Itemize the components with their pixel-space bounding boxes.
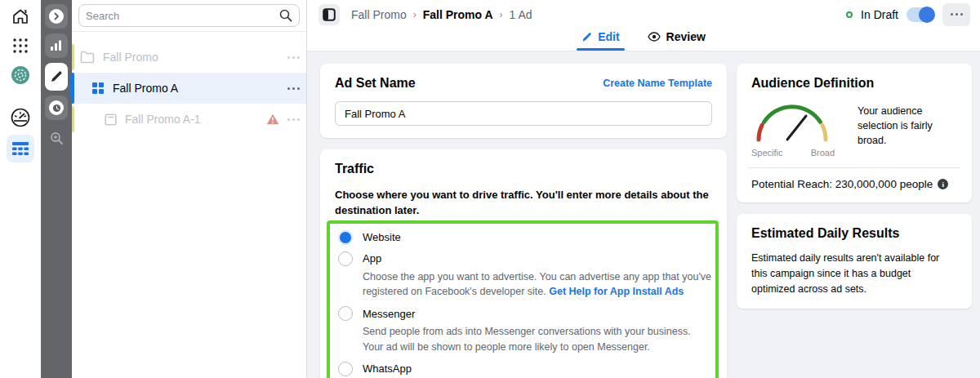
edit-tool-button[interactable] xyxy=(45,63,68,91)
option-app[interactable]: App Choose the app you want to advertise… xyxy=(338,251,709,300)
audience-note: Your audience selection is fairly broad. xyxy=(858,99,957,158)
pencil-icon xyxy=(50,70,63,83)
create-name-template-link[interactable]: Create Name Template xyxy=(603,78,712,89)
option-description: Choose the app you want to advertise. Yo… xyxy=(363,269,714,300)
app-install-help-link[interactable]: Get Help for App Install Ads xyxy=(549,286,684,297)
ellipsis-icon xyxy=(951,13,963,16)
traffic-description: Choose where you want to drive traffic. … xyxy=(335,188,719,219)
tree-item-label: Fall Promo xyxy=(103,51,287,64)
tab-label: Edit xyxy=(598,30,619,43)
option-whatsapp[interactable]: WhatsApp When a person clicks on your ad… xyxy=(338,362,709,378)
breadcrumb-ad[interactable]: 1 Ad xyxy=(510,8,532,21)
breadcrumb-adset[interactable]: Fall Promo A xyxy=(423,8,493,21)
zoom-in-icon xyxy=(50,131,64,145)
panel-toggle-icon xyxy=(323,8,336,21)
breadcrumb-campaign[interactable]: Fall Promo xyxy=(351,8,407,21)
apps-grid-icon[interactable] xyxy=(11,37,29,55)
tab-edit[interactable]: Edit xyxy=(581,30,619,51)
radio-messenger[interactable] xyxy=(338,306,353,321)
gauge-label-broad: Broad xyxy=(811,148,835,158)
row-menu-icon[interactable] xyxy=(287,87,300,90)
global-nav-sidebar xyxy=(0,0,41,378)
tree-row-adset-selected[interactable]: Fall Promo A xyxy=(72,73,306,104)
estimated-results-card: Estimated Daily Results Estimated daily … xyxy=(737,214,972,309)
clock-icon xyxy=(49,100,64,115)
tab-label: Review xyxy=(666,30,706,43)
ads-manager-icon[interactable] xyxy=(10,64,31,86)
adset-grid-icon xyxy=(91,82,105,95)
home-icon[interactable] xyxy=(11,7,30,26)
search-input[interactable] xyxy=(86,10,279,22)
audience-gauge: Specific Broad xyxy=(751,99,841,158)
history-button[interactable] xyxy=(45,96,68,120)
draft-status: In Draft xyxy=(846,3,970,26)
card-title: Estimated Daily Results xyxy=(751,226,957,241)
adset-name-input[interactable] xyxy=(335,101,712,126)
folder-icon xyxy=(80,51,95,64)
edit-review-tabs: Edit Review xyxy=(307,30,980,51)
bar-chart-icon xyxy=(50,39,63,52)
option-label: Messenger xyxy=(363,308,415,320)
results-body-text: Estimated daily results aren't available… xyxy=(751,251,957,296)
eye-icon xyxy=(648,32,661,42)
main-header: Fall Promo › Fall Promo A › 1 Ad In Draf… xyxy=(307,0,980,51)
audience-definition-card: Audience Definition Specific Br xyxy=(737,64,972,202)
tree-row-ad[interactable]: Fall Promo A-1 xyxy=(72,104,306,135)
chevron-right-icon: › xyxy=(500,9,503,20)
tab-review[interactable]: Review xyxy=(648,30,706,51)
editor-tool-rail xyxy=(41,0,72,378)
content-scroll-area: Ad Set Name Create Name Template Traffic… xyxy=(307,51,980,378)
tree-search[interactable] xyxy=(78,4,300,27)
expand-arrow-icon xyxy=(49,9,64,24)
option-label: App xyxy=(363,252,381,265)
info-icon[interactable]: i xyxy=(938,179,948,189)
row-menu-icon[interactable] xyxy=(287,118,300,121)
annotation-highlight-box: Website App Choose the app you want to a… xyxy=(327,220,719,378)
speedometer-icon[interactable] xyxy=(10,107,31,128)
card-title: Traffic xyxy=(335,162,712,176)
draft-edge-indicator xyxy=(72,44,74,70)
expand-panel-button[interactable] xyxy=(45,4,68,29)
radio-website[interactable] xyxy=(338,230,353,245)
selected-edge-indicator xyxy=(72,73,74,104)
option-messenger[interactable]: Messenger Send people from ads into Mess… xyxy=(338,306,709,355)
warning-icon xyxy=(266,113,279,125)
more-menu-button[interactable] xyxy=(942,3,970,26)
radio-whatsapp[interactable] xyxy=(338,362,353,376)
search-icon xyxy=(279,9,292,22)
draft-edge-indicator xyxy=(72,106,74,132)
option-website[interactable]: Website xyxy=(338,230,709,245)
card-title: Ad Set Name xyxy=(335,76,416,91)
draft-status-dot-icon xyxy=(846,11,853,18)
ads-manager-app: Fall Promo Fall Promo A Fall Promo A-1 xyxy=(0,0,980,378)
adset-name-card: Ad Set Name Create Name Template xyxy=(320,64,727,138)
zoom-in-button[interactable] xyxy=(45,127,68,149)
main-area: Fall Promo › Fall Promo A › 1 Ad In Draf… xyxy=(307,0,980,378)
draft-toggle[interactable] xyxy=(906,7,934,22)
option-label: WhatsApp xyxy=(363,362,412,375)
performance-button[interactable] xyxy=(45,33,68,58)
option-description: Send people from ads into Messenger conv… xyxy=(363,324,714,355)
option-label: Website xyxy=(363,231,401,243)
row-menu-icon[interactable] xyxy=(287,56,300,59)
ad-frame-icon xyxy=(105,113,117,126)
divider xyxy=(748,167,960,168)
tree-item-label: Fall Promo A xyxy=(113,82,287,95)
potential-reach-text: Potential Reach: 230,000,000 people xyxy=(751,178,933,190)
tree-item-label: Fall Promo A-1 xyxy=(125,113,266,126)
tree-row-campaign[interactable]: Fall Promo xyxy=(72,42,306,73)
draft-status-label: In Draft xyxy=(861,8,898,21)
collapse-sidebar-button[interactable] xyxy=(318,4,340,25)
radio-app[interactable] xyxy=(338,251,353,266)
breadcrumb: Fall Promo › Fall Promo A › 1 Ad xyxy=(351,8,532,21)
card-title: Audience Definition xyxy=(751,76,957,91)
campaign-tree-panel: Fall Promo Fall Promo A Fall Promo A-1 xyxy=(72,0,307,378)
traffic-card: Traffic Choose where you want to drive t… xyxy=(320,149,727,378)
gauge-label-specific: Specific xyxy=(751,148,783,158)
pencil-icon xyxy=(581,32,592,42)
chevron-right-icon: › xyxy=(413,9,416,20)
table-icon-selected[interactable] xyxy=(7,135,34,162)
